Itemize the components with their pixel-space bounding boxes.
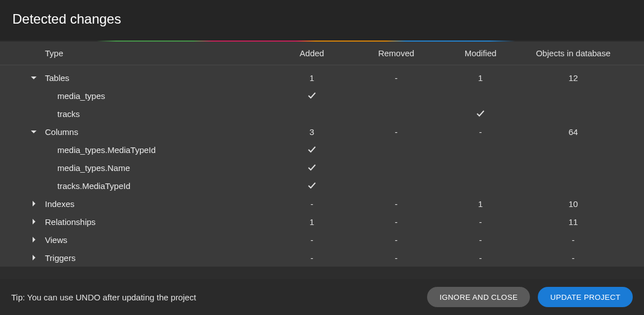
col-objects[interactable]: Objects in database [523, 48, 624, 58]
dialog-footer: Tip: You can use UNDO after updating the… [0, 279, 644, 315]
cell-modified: 1 [438, 199, 523, 209]
row-indexes[interactable]: Indexes - - 1 10 [0, 195, 644, 213]
added-tick [270, 91, 354, 101]
group-label: Columns [45, 127, 270, 137]
chevron-right-icon[interactable] [30, 199, 37, 209]
chevron-down-icon[interactable] [30, 73, 37, 83]
check-icon [307, 182, 316, 191]
cell-removed: - [354, 235, 438, 245]
chevron-right-icon[interactable] [30, 235, 37, 245]
cell-modified: - [438, 253, 523, 263]
cell-objects: 11 [523, 217, 624, 227]
col-added[interactable]: Added [270, 48, 354, 58]
group-label: Relationships [45, 217, 270, 227]
row-tables[interactable]: Tables 1 - 1 12 [0, 69, 644, 87]
cell-objects: - [523, 235, 624, 245]
cell-added: - [270, 199, 354, 209]
row-media-types[interactable]: media_types [0, 87, 644, 105]
cell-objects: 64 [523, 127, 624, 137]
group-label: Indexes [45, 199, 270, 209]
row-views[interactable]: Views - - - - [0, 231, 644, 249]
cell-added: - [270, 235, 354, 245]
added-tick [270, 181, 354, 191]
cell-modified: - [438, 127, 523, 137]
cell-removed: - [354, 73, 438, 83]
chevron-down-icon[interactable] [30, 127, 37, 137]
rainbow-divider [0, 40, 644, 42]
group-label: Tables [45, 73, 270, 83]
check-icon [307, 92, 316, 101]
item-label: tracks.MediaTypeId [45, 181, 270, 191]
dialog-title: Detected changes [12, 11, 632, 27]
row-mt-mediatypeid[interactable]: media_types.MediaTypeId [0, 141, 644, 159]
cell-objects: 10 [523, 199, 624, 209]
added-tick [270, 163, 354, 173]
row-columns[interactable]: Columns 3 - - 64 [0, 123, 644, 141]
cell-modified: - [438, 235, 523, 245]
cell-removed: - [354, 199, 438, 209]
col-modified[interactable]: Modified [438, 48, 523, 58]
item-label: tracks [45, 109, 270, 119]
cell-removed: - [354, 217, 438, 227]
cell-added: 1 [270, 217, 354, 227]
group-label: Triggers [45, 253, 270, 263]
modified-tick [438, 109, 523, 119]
item-label: media_types.MediaTypeId [45, 145, 270, 155]
chevron-right-icon[interactable] [30, 253, 37, 263]
item-label: media_types [45, 91, 270, 101]
cell-modified: - [438, 217, 523, 227]
cell-objects: - [523, 253, 624, 263]
dialog-header: Detected changes [0, 0, 644, 40]
check-icon [307, 146, 316, 155]
ignore-and-close-button[interactable]: IGNORE AND CLOSE [427, 287, 530, 307]
table-header-row: Type Added Removed Modified Objects in d… [0, 42, 644, 65]
chevron-right-icon[interactable] [30, 217, 37, 227]
footer-tip: Tip: You can use UNDO after updating the… [11, 292, 196, 302]
col-type[interactable]: Type [45, 48, 270, 58]
row-tracks[interactable]: tracks [0, 105, 644, 123]
check-icon [307, 164, 316, 173]
cell-modified: 1 [438, 73, 523, 83]
item-label: media_types.Name [45, 163, 270, 173]
update-project-button[interactable]: UPDATE PROJECT [538, 287, 633, 307]
footer-buttons: IGNORE AND CLOSE UPDATE PROJECT [427, 287, 633, 307]
row-relationships[interactable]: Relationships 1 - - 11 [0, 213, 644, 231]
added-tick [270, 145, 354, 155]
table-body: Tables 1 - 1 12 media_types tracks Colum… [0, 65, 644, 267]
cell-added: - [270, 253, 354, 263]
cell-added: 1 [270, 73, 354, 83]
cell-removed: - [354, 253, 438, 263]
cell-objects: 12 [523, 73, 624, 83]
cell-added: 3 [270, 127, 354, 137]
row-tracks-mediatypeid[interactable]: tracks.MediaTypeId [0, 177, 644, 195]
group-label: Views [45, 235, 270, 245]
row-triggers[interactable]: Triggers - - - - [0, 249, 644, 267]
col-removed[interactable]: Removed [354, 48, 438, 58]
row-mt-name[interactable]: media_types.Name [0, 159, 644, 177]
check-icon [476, 110, 485, 119]
cell-removed: - [354, 127, 438, 137]
